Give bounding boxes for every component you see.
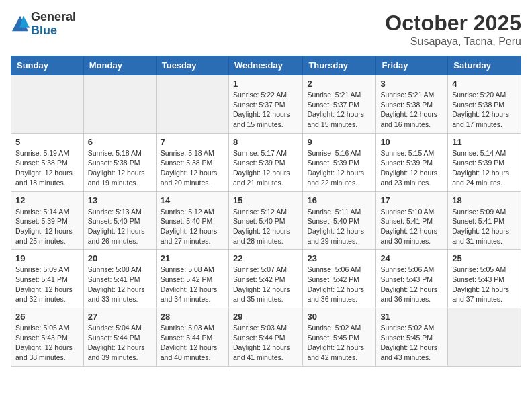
day-info: Sunrise: 5:22 AMSunset: 5:37 PMDaylight:… xyxy=(233,90,298,130)
day-info: Sunrise: 5:09 AMSunset: 5:41 PMDaylight:… xyxy=(15,265,79,304)
calendar-cell: 6Sunrise: 5:18 AMSunset: 5:38 PMDaylight… xyxy=(83,133,156,191)
calendar-week-4: 26Sunrise: 5:05 AMSunset: 5:43 PMDayligh… xyxy=(11,308,521,367)
day-info: Sunrise: 5:20 AMSunset: 5:38 PMDaylight:… xyxy=(452,90,517,130)
calendar-cell xyxy=(83,75,156,134)
calendar-cell: 14Sunrise: 5:12 AMSunset: 5:40 PMDayligh… xyxy=(156,191,228,250)
day-number: 26 xyxy=(15,312,79,322)
calendar-cell xyxy=(156,75,228,134)
logo-icon xyxy=(11,15,30,34)
day-info: Sunrise: 5:11 AMSunset: 5:40 PMDaylight:… xyxy=(307,207,371,246)
day-number: 27 xyxy=(88,312,152,322)
day-number: 30 xyxy=(307,312,371,322)
header-wednesday: Wednesday xyxy=(228,56,302,75)
day-number: 25 xyxy=(452,253,517,263)
day-info: Sunrise: 5:13 AMSunset: 5:40 PMDaylight:… xyxy=(88,207,152,246)
day-number: 12 xyxy=(15,195,79,205)
day-info: Sunrise: 5:16 AMSunset: 5:39 PMDaylight:… xyxy=(307,148,371,188)
calendar-cell: 15Sunrise: 5:12 AMSunset: 5:40 PMDayligh… xyxy=(228,191,302,250)
day-info: Sunrise: 5:14 AMSunset: 5:39 PMDaylight:… xyxy=(452,148,517,188)
location-subtitle: Susapaya, Tacna, Peru xyxy=(385,36,521,48)
day-number: 23 xyxy=(307,253,371,263)
calendar-cell: 28Sunrise: 5:03 AMSunset: 5:44 PMDayligh… xyxy=(156,308,228,367)
day-number: 5 xyxy=(15,137,79,147)
day-number: 24 xyxy=(380,253,443,263)
day-number: 22 xyxy=(233,253,298,263)
day-number: 31 xyxy=(380,312,443,322)
day-number: 15 xyxy=(233,195,298,205)
day-number: 18 xyxy=(452,195,517,205)
day-number: 19 xyxy=(15,253,79,263)
calendar-body: 1Sunrise: 5:22 AMSunset: 5:37 PMDaylight… xyxy=(11,75,521,367)
day-info: Sunrise: 5:02 AMSunset: 5:45 PMDaylight:… xyxy=(380,323,443,363)
calendar-cell: 10Sunrise: 5:15 AMSunset: 5:39 PMDayligh… xyxy=(376,133,448,191)
day-info: Sunrise: 5:10 AMSunset: 5:41 PMDaylight:… xyxy=(380,207,443,246)
calendar-week-1: 5Sunrise: 5:19 AMSunset: 5:38 PMDaylight… xyxy=(11,133,521,191)
day-number: 1 xyxy=(233,79,298,89)
day-number: 17 xyxy=(380,195,443,205)
calendar-cell: 27Sunrise: 5:04 AMSunset: 5:44 PMDayligh… xyxy=(83,308,156,367)
calendar-cell: 26Sunrise: 5:05 AMSunset: 5:43 PMDayligh… xyxy=(11,308,84,367)
logo-text: General Blue xyxy=(31,11,76,38)
day-number: 10 xyxy=(380,137,443,147)
day-number: 16 xyxy=(307,195,371,205)
calendar-cell: 19Sunrise: 5:09 AMSunset: 5:41 PMDayligh… xyxy=(11,250,84,308)
day-number: 3 xyxy=(380,79,443,89)
calendar-cell: 8Sunrise: 5:17 AMSunset: 5:39 PMDaylight… xyxy=(228,133,302,191)
header-thursday: Thursday xyxy=(303,56,376,75)
day-info: Sunrise: 5:12 AMSunset: 5:40 PMDaylight:… xyxy=(161,207,224,246)
day-number: 2 xyxy=(307,79,371,89)
header-saturday: Saturday xyxy=(448,56,521,75)
header-row: Sunday Monday Tuesday Wednesday Thursday… xyxy=(11,56,521,75)
calendar-cell: 1Sunrise: 5:22 AMSunset: 5:37 PMDaylight… xyxy=(228,75,302,134)
day-number: 21 xyxy=(161,253,224,263)
day-info: Sunrise: 5:18 AMSunset: 5:38 PMDaylight:… xyxy=(88,148,152,188)
calendar-cell: 29Sunrise: 5:03 AMSunset: 5:44 PMDayligh… xyxy=(228,308,302,367)
calendar-cell: 31Sunrise: 5:02 AMSunset: 5:45 PMDayligh… xyxy=(376,308,448,367)
calendar-week-3: 19Sunrise: 5:09 AMSunset: 5:41 PMDayligh… xyxy=(11,250,521,308)
day-info: Sunrise: 5:05 AMSunset: 5:43 PMDaylight:… xyxy=(452,265,517,304)
calendar-cell xyxy=(448,308,521,367)
calendar-cell: 17Sunrise: 5:10 AMSunset: 5:41 PMDayligh… xyxy=(376,191,448,250)
calendar-cell: 4Sunrise: 5:20 AMSunset: 5:38 PMDaylight… xyxy=(448,75,521,134)
day-info: Sunrise: 5:08 AMSunset: 5:41 PMDaylight:… xyxy=(88,265,152,304)
day-number: 9 xyxy=(307,137,371,147)
day-number: 8 xyxy=(233,137,298,147)
day-number: 6 xyxy=(88,137,152,147)
day-info: Sunrise: 5:03 AMSunset: 5:44 PMDaylight:… xyxy=(233,323,298,363)
day-number: 14 xyxy=(161,195,224,205)
day-info: Sunrise: 5:08 AMSunset: 5:42 PMDaylight:… xyxy=(161,265,224,304)
day-number: 7 xyxy=(161,137,224,147)
calendar-cell: 2Sunrise: 5:21 AMSunset: 5:37 PMDaylight… xyxy=(303,75,376,134)
calendar-cell: 24Sunrise: 5:06 AMSunset: 5:43 PMDayligh… xyxy=(376,250,448,308)
calendar-cell: 5Sunrise: 5:19 AMSunset: 5:38 PMDaylight… xyxy=(11,133,84,191)
day-info: Sunrise: 5:04 AMSunset: 5:44 PMDaylight:… xyxy=(88,323,152,363)
calendar-cell xyxy=(11,75,84,134)
title-block: October 2025 Susapaya, Tacna, Peru xyxy=(385,11,521,48)
calendar-cell: 22Sunrise: 5:07 AMSunset: 5:42 PMDayligh… xyxy=(228,250,302,308)
calendar-week-0: 1Sunrise: 5:22 AMSunset: 5:37 PMDaylight… xyxy=(11,75,521,134)
day-info: Sunrise: 5:06 AMSunset: 5:42 PMDaylight:… xyxy=(307,265,371,304)
calendar-cell: 23Sunrise: 5:06 AMSunset: 5:42 PMDayligh… xyxy=(303,250,376,308)
day-info: Sunrise: 5:14 AMSunset: 5:39 PMDaylight:… xyxy=(15,207,79,246)
day-number: 20 xyxy=(88,253,152,263)
calendar-cell: 12Sunrise: 5:14 AMSunset: 5:39 PMDayligh… xyxy=(11,191,84,250)
day-number: 4 xyxy=(452,79,517,89)
page-header: General Blue October 2025 Susapaya, Tacn… xyxy=(11,11,521,48)
day-info: Sunrise: 5:19 AMSunset: 5:38 PMDaylight:… xyxy=(15,148,79,188)
calendar-cell: 25Sunrise: 5:05 AMSunset: 5:43 PMDayligh… xyxy=(448,250,521,308)
day-info: Sunrise: 5:07 AMSunset: 5:42 PMDaylight:… xyxy=(233,265,298,304)
header-monday: Monday xyxy=(83,56,156,75)
calendar-cell: 13Sunrise: 5:13 AMSunset: 5:40 PMDayligh… xyxy=(83,191,156,250)
day-number: 11 xyxy=(452,137,517,147)
header-friday: Friday xyxy=(376,56,448,75)
day-info: Sunrise: 5:03 AMSunset: 5:44 PMDaylight:… xyxy=(161,323,224,363)
calendar-cell: 3Sunrise: 5:21 AMSunset: 5:38 PMDaylight… xyxy=(376,75,448,134)
logo: General Blue xyxy=(11,11,76,38)
calendar-header: Sunday Monday Tuesday Wednesday Thursday… xyxy=(11,56,521,75)
day-number: 28 xyxy=(161,312,224,322)
day-info: Sunrise: 5:21 AMSunset: 5:37 PMDaylight:… xyxy=(307,90,371,130)
day-info: Sunrise: 5:02 AMSunset: 5:45 PMDaylight:… xyxy=(307,323,371,363)
calendar-week-2: 12Sunrise: 5:14 AMSunset: 5:39 PMDayligh… xyxy=(11,191,521,250)
day-info: Sunrise: 5:09 AMSunset: 5:41 PMDaylight:… xyxy=(452,207,517,246)
day-info: Sunrise: 5:15 AMSunset: 5:39 PMDaylight:… xyxy=(380,148,443,188)
